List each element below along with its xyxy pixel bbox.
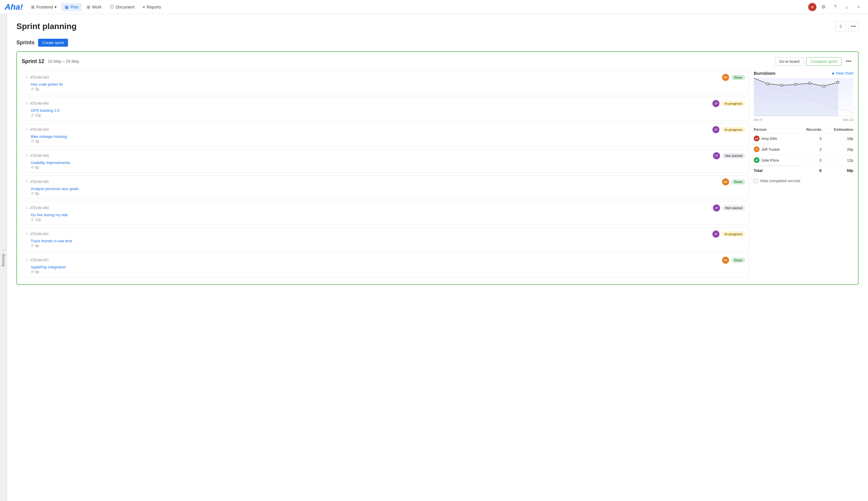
item-right-actions: AE Done: [722, 74, 746, 81]
help-icon[interactable]: ?: [831, 2, 840, 12]
burndown-section: Burndown ◈ View chart: [754, 71, 853, 183]
sprint-item[interactable]: ⠿ ATEAM-455 AE Done Analyze personal rac…: [22, 175, 749, 199]
item-meta: ⏱ 3p: [31, 139, 745, 143]
item-points: 12p: [35, 218, 41, 222]
stats-row: AE Amy Ellis 3 18p: [754, 133, 853, 144]
sprint-item[interactable]: ⠿ ATEAM-460 JT Not started Go live durin…: [22, 201, 749, 225]
sprint-item[interactable]: ⠿ ATEAM-461 JT In progress Track friends…: [22, 227, 749, 251]
item-title[interactable]: GPS tracking 2.0: [31, 108, 745, 113]
work-icon: ⊞: [87, 5, 90, 9]
item-meta: ⏱ 12p: [31, 113, 745, 117]
item-points: 4p: [35, 270, 39, 274]
sprint-item[interactable]: ⠿ ATEAM-459 JT Not started Usability imp…: [22, 149, 749, 173]
stats-estimation: 20p: [821, 144, 853, 155]
clock-icon: ⏱: [31, 114, 34, 117]
chart-date-start: Dec 9: [754, 118, 762, 121]
stats-avatar: AE: [754, 136, 760, 141]
stats-estimation: 18p: [821, 133, 853, 144]
avatar: JT: [713, 204, 720, 212]
document-icon: ⓘ: [110, 4, 114, 10]
item-title[interactable]: Hex code picker fix: [31, 82, 745, 86]
status-badge: Done: [732, 179, 746, 184]
search-icon[interactable]: ⌕: [842, 2, 851, 12]
user-avatar[interactable]: U: [808, 3, 816, 11]
item-title[interactable]: Go live during my ride: [31, 213, 745, 217]
item-id: ATEAM-457: [30, 258, 49, 262]
item-meta: ⏱ 8p: [31, 192, 745, 196]
drag-handle-icon: ⠿: [25, 75, 28, 79]
col-records: Records: [796, 126, 821, 133]
nav-document[interactable]: ⓘ Document: [106, 3, 138, 11]
hide-completed-row: Hide completed records: [754, 179, 853, 183]
item-right-actions: AE Done: [722, 257, 746, 264]
settings-icon[interactable]: ⚙: [819, 2, 828, 12]
nav-plan-label: Plan: [70, 5, 78, 9]
svg-point-5: [809, 82, 811, 85]
stats-name: Amy Ellis: [761, 136, 777, 141]
burndown-header: Burndown ◈ View chart: [754, 71, 853, 76]
svg-point-3: [780, 84, 783, 86]
drag-handle-icon: ⠿: [25, 180, 28, 184]
status-badge: In progress: [722, 101, 745, 106]
create-sprint-button[interactable]: Create sprint: [38, 39, 68, 47]
sprint-item[interactable]: ⠿ ATEAM-457 AE Done ApplePay integration…: [22, 254, 749, 277]
top-navigation: Aha! ⊞ Frontend ▾ ▦ Plan ⊞ Work ⓘ Docume…: [0, 0, 868, 14]
item-title[interactable]: Analyze personal race goals: [31, 186, 745, 191]
drag-handle-icon: ⠿: [25, 258, 28, 262]
clock-icon: ⏱: [31, 218, 34, 222]
stats-records: 3: [796, 133, 821, 144]
clock-icon: ⏱: [31, 244, 34, 247]
complete-sprint-button[interactable]: Complete sprint: [806, 57, 842, 66]
clock-icon: ⏱: [31, 166, 34, 169]
stats-person: AE Amy Ellis: [754, 133, 796, 144]
item-id: ATEAM-453: [30, 75, 49, 79]
nav-reports[interactable]: ≡ Reports: [139, 3, 165, 11]
go-to-board-button[interactable]: Go to board: [775, 57, 804, 66]
status-badge: In progress: [722, 127, 745, 132]
stats-records: 2: [796, 144, 821, 155]
nav-work-label: Work: [92, 5, 101, 9]
add-icon[interactable]: +: [854, 2, 863, 12]
item-meta: ⏱ 12p: [31, 218, 745, 222]
item-title[interactable]: Track friends in real time: [31, 239, 745, 243]
item-title[interactable]: Bike mileage tracking: [31, 134, 745, 139]
item-points: 6p: [35, 166, 39, 170]
clock-icon: ⏱: [31, 270, 34, 274]
sprint-items-list: ⠿ ATEAM-453 AE Done Hex code picker fix …: [22, 71, 749, 279]
clock-icon: ⏱: [31, 192, 34, 195]
share-button[interactable]: ⇧: [835, 21, 846, 32]
chart-dates: Dec 9 Dec 23: [754, 118, 853, 121]
col-person: Person: [754, 126, 796, 133]
item-meta: ⏱ 5p: [31, 87, 745, 91]
status-badge: Done: [732, 75, 746, 80]
view-chart-link[interactable]: ◈ View chart: [832, 71, 853, 75]
item-title[interactable]: Usability improvements: [31, 160, 745, 165]
sprint-item[interactable]: ⠿ ATEAM-453 AE Done Hex code picker fix …: [22, 71, 749, 94]
stats-estimation: 12p: [821, 155, 853, 166]
sidebar-tab-label: Backlog: [1, 254, 6, 267]
sprint-item[interactable]: ⠿ ATEAM-456 JT In progress GPS tracking …: [22, 97, 749, 120]
svg-point-2: [767, 83, 769, 85]
nav-document-label: Document: [116, 5, 134, 9]
sprint-sidebar: Burndown ◈ View chart: [754, 71, 853, 279]
nav-right-actions: U ⚙ ? ⌕ +: [808, 2, 863, 12]
item-points: 8p: [35, 192, 39, 196]
sprint-more-button[interactable]: •••: [844, 57, 853, 66]
nav-work[interactable]: ⊞ Work: [83, 3, 105, 11]
item-meta: ⏱ 8p: [31, 244, 745, 248]
sprint-content: ⠿ ATEAM-453 AE Done Hex code picker fix …: [22, 71, 853, 279]
backlog-sidebar-tab[interactable]: « Backlog: [0, 14, 7, 501]
status-badge: Not started: [722, 153, 745, 158]
nav-frontend[interactable]: ⊞ Frontend ▾: [28, 3, 60, 11]
item-right-actions: JT In progress: [712, 100, 745, 107]
item-title[interactable]: ApplePay integration: [31, 265, 745, 269]
more-options-button[interactable]: •••: [848, 21, 859, 32]
sprint-item[interactable]: ⠿ ATEAM-454 JT In progress Bike mileage …: [22, 123, 749, 147]
item-meta: ⏱ 4p: [31, 270, 745, 274]
reports-icon: ≡: [143, 5, 145, 9]
nav-plan[interactable]: ▦ Plan: [61, 3, 82, 11]
svg-point-6: [823, 85, 825, 87]
clock-icon: ⏱: [31, 140, 34, 143]
hide-completed-checkbox[interactable]: [754, 179, 758, 183]
stats-name: Julie Price: [761, 158, 779, 162]
